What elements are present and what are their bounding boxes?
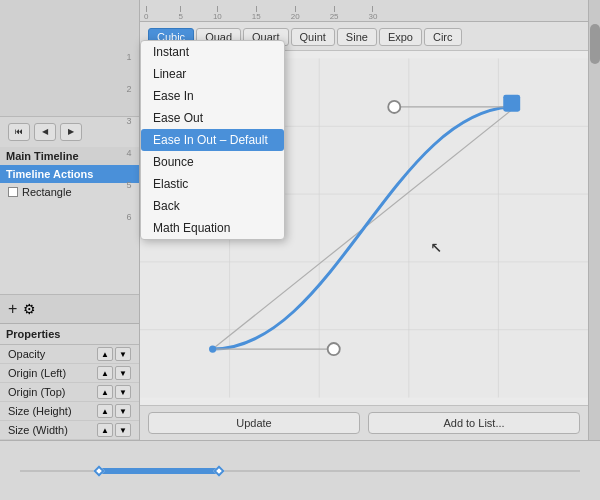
- origin-top-controls: ▲ ▼: [97, 385, 131, 399]
- ruler-numbers: 1 2 3 4 5 6: [119, 22, 139, 222]
- play-button[interactable]: ▶: [60, 123, 82, 141]
- start-point: [209, 345, 216, 352]
- tab-expo[interactable]: Expo: [379, 28, 422, 46]
- property-origin-top: Origin (Top) ▲ ▼: [0, 383, 139, 402]
- rewind-button[interactable]: ⏮: [8, 123, 30, 141]
- ruler-tick: 30: [369, 6, 378, 21]
- origin-top-down[interactable]: ▼: [115, 385, 131, 399]
- size-height-label: Size (Height): [8, 405, 93, 417]
- timeline-track: [20, 470, 580, 472]
- easing-dropdown-menu: Instant Linear Ease In Ease Out Ease In …: [140, 40, 285, 240]
- origin-top-label: Origin (Top): [8, 386, 93, 398]
- opacity-up[interactable]: ▲: [97, 347, 113, 361]
- property-origin-left: Origin (Left) ▲ ▼: [0, 364, 139, 383]
- size-width-label: Size (Width): [8, 424, 93, 436]
- property-size-height: Size (Height) ▲ ▼: [0, 402, 139, 421]
- timeline-bar[interactable]: [100, 468, 220, 474]
- size-height-up[interactable]: ▲: [97, 404, 113, 418]
- gear-button[interactable]: ⚙: [23, 301, 36, 317]
- svg-text:↖: ↖: [431, 234, 443, 257]
- menu-item-ease-out[interactable]: Ease Out: [141, 107, 284, 129]
- menu-item-ease-in-out[interactable]: Ease In Out – Default: [141, 129, 284, 151]
- menu-item-ease-in[interactable]: Ease In: [141, 85, 284, 107]
- ruler-tick: 0: [144, 6, 148, 21]
- add-to-list-button[interactable]: Add to List...: [368, 412, 580, 434]
- menu-item-linear[interactable]: Linear: [141, 63, 284, 85]
- timeline-bottom: [0, 440, 600, 500]
- opacity-down[interactable]: ▼: [115, 347, 131, 361]
- origin-left-up[interactable]: ▲: [97, 366, 113, 380]
- back-button[interactable]: ◀: [34, 123, 56, 141]
- control-point-2: [388, 101, 400, 113]
- rectangle-checkbox[interactable]: [8, 187, 18, 197]
- ruler-tick: 10: [213, 6, 222, 21]
- properties-panel: Properties Opacity ▲ ▼ Origin (Left) ▲ ▼…: [0, 323, 139, 440]
- origin-left-controls: ▲ ▼: [97, 366, 131, 380]
- properties-header: Properties: [0, 324, 139, 345]
- opacity-label: Opacity: [8, 348, 93, 360]
- menu-item-instant[interactable]: Instant: [141, 41, 284, 63]
- size-height-controls: ▲ ▼: [97, 404, 131, 418]
- property-size-width: Size (Width) ▲ ▼: [0, 421, 139, 440]
- size-width-up[interactable]: ▲: [97, 423, 113, 437]
- ruler-tick: 15: [252, 6, 261, 21]
- add-button[interactable]: +: [8, 300, 17, 318]
- menu-item-bounce[interactable]: Bounce: [141, 151, 284, 173]
- origin-top-up[interactable]: ▲: [97, 385, 113, 399]
- opacity-controls: ▲ ▼: [97, 347, 131, 361]
- rectangle-label: Rectangle: [22, 186, 72, 198]
- size-height-down[interactable]: ▼: [115, 404, 131, 418]
- size-width-down[interactable]: ▼: [115, 423, 131, 437]
- menu-item-math-equation[interactable]: Math Equation: [141, 217, 284, 239]
- scrollbar-thumb[interactable]: [590, 24, 600, 64]
- ruler-tick: 5: [178, 6, 182, 21]
- tab-sine[interactable]: Sine: [337, 28, 377, 46]
- easing-bottom-bar: Update Add to List...: [140, 405, 588, 440]
- end-point: [503, 95, 520, 112]
- add-gear-row: + ⚙: [0, 294, 139, 323]
- origin-left-label: Origin (Left): [8, 367, 93, 379]
- ruler-tick: 25: [330, 6, 339, 21]
- right-scrollbar[interactable]: [588, 22, 600, 440]
- origin-left-down[interactable]: ▼: [115, 366, 131, 380]
- timeline-ruler: 0 5 10 15 20 25 30: [140, 0, 588, 21]
- property-opacity: Opacity ▲ ▼: [0, 345, 139, 364]
- tab-circ[interactable]: Circ: [424, 28, 462, 46]
- control-point-1: [328, 343, 340, 355]
- size-width-controls: ▲ ▼: [97, 423, 131, 437]
- ruler-tick: 20: [291, 6, 300, 21]
- menu-item-elastic[interactable]: Elastic: [141, 173, 284, 195]
- menu-item-back[interactable]: Back: [141, 195, 284, 217]
- tab-quint[interactable]: Quint: [291, 28, 335, 46]
- update-button[interactable]: Update: [148, 412, 360, 434]
